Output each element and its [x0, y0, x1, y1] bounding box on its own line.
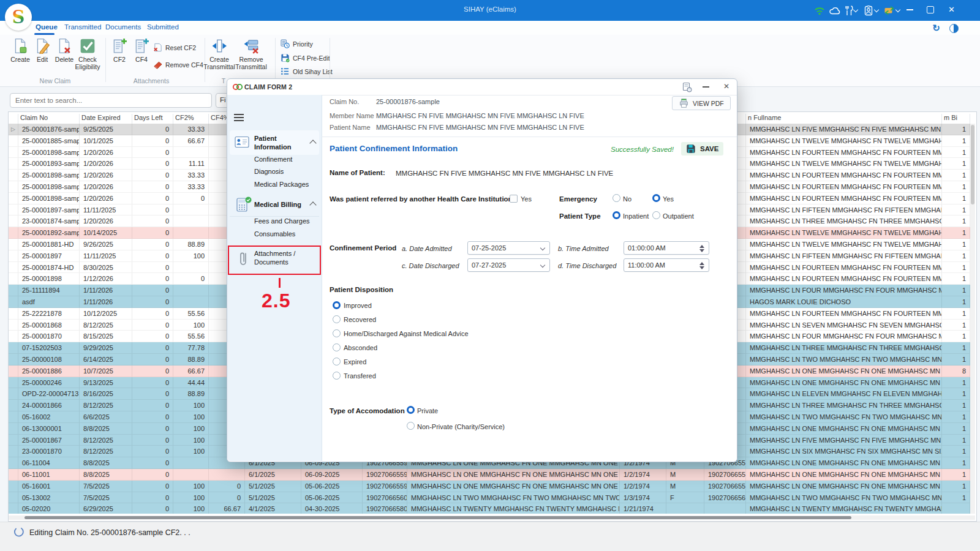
priority-button[interactable]: Priority [281, 39, 313, 48]
reset-cf2-button[interactable]: Reset CF2 [153, 43, 196, 52]
sidebar-item-confinement[interactable]: Confinement [254, 156, 292, 163]
tab-submitted[interactable]: Submitted [147, 23, 179, 31]
sidebar-item-medical-billing[interactable]: Medical Billing [230, 194, 319, 216]
cell-expcell [9, 457, 18, 469]
emergency-yes-radio[interactable] [652, 194, 660, 202]
ribbon-separator [330, 38, 330, 82]
cell-full: MMGHAHSC LN TWO MMGHAHSC FN TWO MMGHAHSC… [746, 354, 942, 365]
user-switch-icon[interactable] [883, 5, 895, 16]
accommodation-private-radio[interactable] [407, 406, 415, 414]
reset-cf2-label: Reset CF2 [165, 44, 196, 51]
clock-icon[interactable] [949, 24, 959, 33]
cell-days: 0 [132, 492, 173, 504]
cell-expcell [9, 492, 18, 504]
cell-cf2: 100 [173, 446, 209, 457]
cell-cf2 [173, 262, 209, 274]
time-discharged-spinner[interactable]: 11:00:00 AM [624, 258, 709, 272]
cell-claim: 25-00001898-sample4 [18, 147, 80, 159]
cell-full: MMGHAHSC LN SIX MMGHAHSC FN SIX MMGHAHSC… [746, 446, 942, 457]
minimize-icon[interactable] [907, 9, 913, 10]
cell-expired: 8/8/2025 [80, 423, 132, 435]
dialog-minimize-icon[interactable] [703, 86, 709, 88]
sidebar-item-consumables[interactable]: Consumables [254, 230, 295, 238]
disposition-radio-recovered[interactable] [333, 315, 341, 323]
cell-full: MMGHAHSC LN FIFTEEN MMGHAHSC FN FIFTEEN … [746, 250, 942, 262]
table-row[interactable]: 05-160017/5/2025010005/1/202505-06-20251… [9, 481, 970, 492]
cell-cf2: 0 [173, 273, 209, 285]
wifi-icon[interactable] [813, 5, 826, 16]
column-header-claim[interactable]: Claim No [20, 114, 80, 124]
date-admitted-select[interactable]: 07-25-2025 [467, 241, 550, 255]
view-pdf-button[interactable]: VIEW PDF [672, 96, 731, 110]
cell-expcell [9, 411, 18, 423]
column-header-expcell[interactable] [10, 114, 18, 124]
tools-dropdown-chevron[interactable] [854, 8, 858, 12]
cell-expired: 1/20/2026 [80, 158, 132, 170]
horizontal-scrollbar-thumb[interactable] [24, 516, 851, 519]
sidebar-item-patient-information[interactable]: Patient Information [230, 130, 319, 155]
old-sihay-list-label: Old Sihay List [293, 68, 333, 75]
emergency-no-radio[interactable] [612, 194, 620, 202]
cell-days: 0 [132, 181, 173, 193]
id-badge-dropdown-chevron[interactable] [875, 8, 879, 12]
cell-expired: 1/11/2026 [80, 285, 132, 296]
maximize-icon[interactable] [927, 6, 934, 13]
column-header-full[interactable]: n Fullname [748, 114, 942, 124]
refresh-icon[interactable]: ↻ [931, 23, 941, 33]
save-button[interactable]: SAVE [681, 142, 723, 156]
disposition-radio-improved[interactable] [333, 301, 341, 309]
vertical-scrollbar-thumb[interactable] [971, 125, 974, 204]
cell-mbi: 1 [942, 147, 970, 159]
chevron-up-icon[interactable] [309, 140, 316, 146]
search-input[interactable] [10, 93, 212, 108]
inpatient-radio[interactable] [612, 211, 620, 219]
sidebar-item-medical-packages[interactable]: Medical Packages [254, 181, 309, 188]
disposition-radio-transfered[interactable] [333, 372, 341, 380]
cf4-preedit-button[interactable]: CF4 Pre-Edit [281, 53, 330, 62]
hamburger-menu-icon[interactable] [234, 114, 244, 115]
table-row[interactable]: 05-130027/5/2025010005/1/202505-06-20251… [9, 492, 970, 504]
disposition-radio-absconded[interactable] [333, 343, 341, 351]
cloud-sync-icon[interactable] [828, 5, 840, 16]
disposition-radio-expired[interactable] [333, 358, 341, 365]
cell-mbi: 1 [942, 250, 970, 262]
cell-full: MMGHAHSC LN TWELVE MMGHAHSC FN TWELVE MM… [746, 158, 942, 170]
remove-cf4-button[interactable]: Remove CF4 [153, 60, 203, 69]
dialog-titlebar[interactable]: CLAIM FORM 2 ✕ [227, 79, 737, 96]
cell-expcell [9, 320, 18, 331]
id-badge-icon[interactable] [862, 5, 875, 16]
tab-documents[interactable]: Documents [105, 23, 141, 31]
accommodation-nonprivate-radio[interactable] [407, 422, 415, 430]
printer-icon [679, 98, 689, 108]
disposition-radio-home-discharged-against-medical-advice[interactable] [333, 329, 341, 337]
cell-full: MMGHAHSC LN THREE MMGHAHSC FN THREE MMGH… [746, 400, 942, 411]
date-discharged-select[interactable]: 07-27-2025 [467, 258, 550, 272]
app-logo-letter: S [12, 7, 25, 28]
cell-claim: 25-00001886 [18, 365, 80, 377]
column-header-days[interactable]: Days Left [134, 114, 173, 124]
sidebar-label-medical-billing: Medical Billing [254, 201, 301, 208]
referred-yes-checkbox[interactable] [510, 195, 518, 203]
chevron-up-icon[interactable] [309, 201, 316, 208]
column-header-expired[interactable]: Date Expired [81, 114, 132, 124]
table-row[interactable]: 05-020206/29/2025010066.674/1/202504-30-… [9, 503, 970, 514]
sidebar-item-diagnosis[interactable]: Diagnosis [254, 168, 284, 175]
dialog-close-icon[interactable]: ✕ [723, 82, 729, 91]
close-icon[interactable]: ✕ [948, 4, 955, 15]
cell-claim: 06-11001 [18, 469, 80, 481]
outpatient-radio[interactable] [652, 211, 660, 219]
table-row[interactable]: 06-110018/8/202506/1/202506-09-202519027… [9, 469, 970, 481]
tab-transmitted[interactable]: Transmitted [64, 23, 101, 31]
tab-queue[interactable]: Queue [36, 23, 58, 31]
dialog-settings-icon[interactable] [682, 82, 692, 92]
status-bar: Editing Claim No. 25-00001876-sample CF2… [0, 522, 980, 551]
cell-expcell [9, 423, 18, 435]
old-sihay-list-button[interactable]: Old Sihay List [281, 67, 333, 76]
sidebar-item-fees-and-charges[interactable]: Fees and Charges [254, 217, 310, 225]
remove-transmittal-button[interactable]: Remove Transmittal [232, 37, 271, 70]
cell-cf2: 11.11 [173, 158, 209, 170]
column-header-cf2[interactable]: CF2% [175, 114, 209, 124]
user-switch-dropdown-chevron[interactable] [896, 8, 900, 12]
time-admitted-spinner[interactable]: 01:00:00 AM [624, 241, 709, 255]
column-header-mbi[interactable]: m Bi [944, 114, 970, 124]
